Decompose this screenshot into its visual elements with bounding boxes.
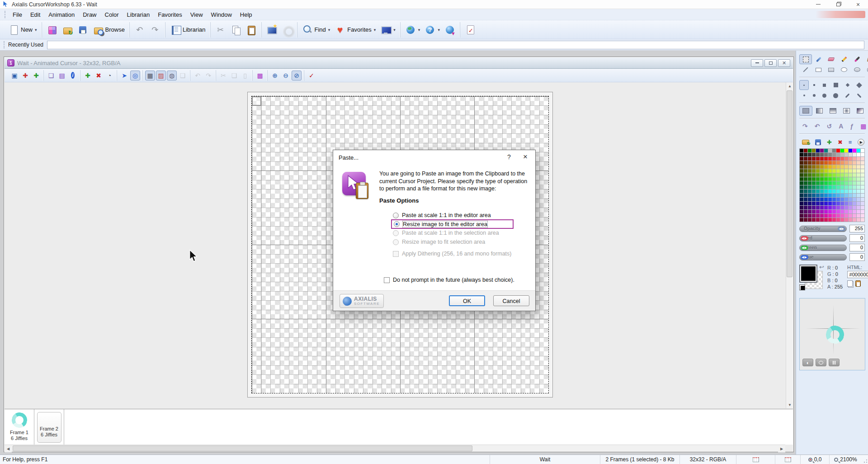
- palette-color[interactable]: [853, 210, 856, 213]
- brush-size-11[interactable]: [842, 90, 853, 100]
- palette-color[interactable]: [836, 149, 840, 152]
- palette-color[interactable]: [840, 206, 844, 209]
- palette-color[interactable]: [824, 194, 828, 197]
- palette-color[interactable]: [800, 185, 803, 189]
- opacity-slider-arrows[interactable]: ◀▶: [838, 227, 845, 231]
- screen-button[interactable]: ▾: [378, 23, 398, 37]
- palette-color[interactable]: [844, 198, 848, 201]
- palette-color[interactable]: [844, 181, 848, 185]
- palette-color[interactable]: [808, 185, 811, 189]
- palette-color[interactable]: [832, 214, 836, 218]
- palette-color[interactable]: [857, 169, 860, 173]
- palette-color[interactable]: [800, 169, 803, 173]
- palette-color[interactable]: [816, 206, 820, 209]
- paste-option-2[interactable]: Resize image to fit the editor area: [391, 219, 514, 229]
- palette-color[interactable]: [849, 149, 852, 152]
- palette-color[interactable]: [804, 194, 807, 197]
- palette-color[interactable]: [804, 202, 807, 205]
- palette-color[interactable]: [816, 185, 820, 189]
- palette-color[interactable]: [804, 214, 807, 218]
- palette-color[interactable]: [853, 194, 856, 197]
- selected-frame-tile[interactable]: Frame 26 Jiffies: [37, 412, 61, 443]
- palette-color[interactable]: [840, 214, 844, 218]
- cut-button[interactable]: ✂: [218, 71, 228, 80]
- document-title-bar[interactable]: Wait - Animated Cursor - 32x32, RGB/A ✕: [5, 57, 793, 69]
- palette-color[interactable]: [800, 206, 803, 209]
- rotate-left-button[interactable]: ↶: [811, 121, 823, 131]
- palette-color[interactable]: [840, 181, 844, 185]
- palette-color[interactable]: [804, 185, 807, 189]
- brush-tool[interactable]: [851, 54, 863, 64]
- frame-item-1[interactable]: Frame 16 Jiffies: [5, 409, 34, 445]
- palette-color[interactable]: [812, 181, 816, 185]
- vscroll-track[interactable]: [786, 90, 793, 401]
- close-button[interactable]: ×: [848, 0, 868, 9]
- palette-color[interactable]: [824, 153, 828, 156]
- palette-color[interactable]: [861, 161, 864, 165]
- palette-color[interactable]: [812, 169, 816, 173]
- html-color-value[interactable]: #000000: [847, 271, 868, 278]
- hscroll-thumb[interactable]: [13, 445, 472, 451]
- palette-color[interactable]: [812, 161, 816, 165]
- palette-color[interactable]: [816, 189, 820, 193]
- palette-color[interactable]: [804, 157, 807, 161]
- brush-size-9[interactable]: [819, 90, 830, 100]
- menu-help[interactable]: Help: [236, 10, 256, 19]
- palette-color[interactable]: [844, 149, 848, 152]
- filled-ellipse-tool[interactable]: [851, 65, 863, 75]
- palette-color[interactable]: [828, 169, 832, 173]
- palette-color[interactable]: [808, 202, 811, 205]
- save-button[interactable]: [75, 23, 90, 37]
- copy-color-icon[interactable]: [847, 280, 853, 287]
- palette-color[interactable]: [824, 218, 828, 222]
- palette-color[interactable]: [820, 198, 824, 201]
- palette-color[interactable]: [800, 177, 803, 181]
- menu-librarian[interactable]: Librarian: [123, 10, 154, 19]
- palette-color[interactable]: [812, 198, 816, 201]
- palette-color[interactable]: [840, 194, 844, 197]
- palette-color[interactable]: [857, 157, 860, 161]
- test-cursor-button[interactable]: ◎: [130, 71, 140, 80]
- horizontal-scrollbar[interactable]: ◀ ▶: [5, 445, 785, 452]
- palette-color[interactable]: [800, 157, 803, 161]
- menu-view[interactable]: View: [187, 10, 207, 19]
- palette-color[interactable]: [816, 218, 820, 222]
- palette-color[interactable]: [800, 194, 803, 197]
- frame-duration-button[interactable]: ◔: [104, 71, 114, 80]
- palette-color[interactable]: [820, 214, 824, 218]
- palette-color[interactable]: [800, 161, 803, 165]
- palette-color[interactable]: [849, 194, 852, 197]
- palette-color[interactable]: [832, 161, 836, 165]
- palette-color[interactable]: [861, 194, 864, 197]
- palette-color[interactable]: [857, 202, 860, 205]
- export-frame-button[interactable]: ❏: [46, 71, 56, 80]
- palette-color[interactable]: [820, 210, 824, 213]
- palette-color[interactable]: [820, 157, 824, 161]
- delete-frame-button[interactable]: ✖: [94, 71, 104, 80]
- palette-color[interactable]: [820, 153, 824, 156]
- do-not-prompt-checkbox[interactable]: [384, 277, 390, 283]
- palette-color[interactable]: [800, 149, 803, 152]
- palette-color[interactable]: [828, 157, 832, 161]
- palette-color[interactable]: [824, 169, 828, 173]
- zoom-in-button[interactable]: ⊕: [270, 71, 280, 80]
- zoom-out-button[interactable]: ⊖: [281, 71, 291, 80]
- brush-size-4[interactable]: [830, 80, 841, 90]
- palette-color[interactable]: [853, 185, 856, 189]
- palette-color[interactable]: [836, 210, 840, 213]
- palette-color[interactable]: [824, 210, 828, 213]
- palette-color[interactable]: [857, 214, 860, 218]
- palette-color[interactable]: [853, 214, 856, 218]
- palette-color[interactable]: [857, 194, 860, 197]
- palette-color[interactable]: [840, 185, 844, 189]
- palette-color[interactable]: [844, 185, 848, 189]
- paste-option-3[interactable]: Paste at scale 1:1 in the selection area: [391, 228, 514, 237]
- palette-color[interactable]: [849, 161, 852, 165]
- fill-style-solid[interactable]: [799, 106, 812, 116]
- palette-color[interactable]: [820, 161, 824, 165]
- palette-color[interactable]: [840, 202, 844, 205]
- palette-color[interactable]: [828, 185, 832, 189]
- palette-color[interactable]: [808, 165, 811, 169]
- palette-color[interactable]: [808, 189, 811, 193]
- palette-color[interactable]: [861, 169, 864, 173]
